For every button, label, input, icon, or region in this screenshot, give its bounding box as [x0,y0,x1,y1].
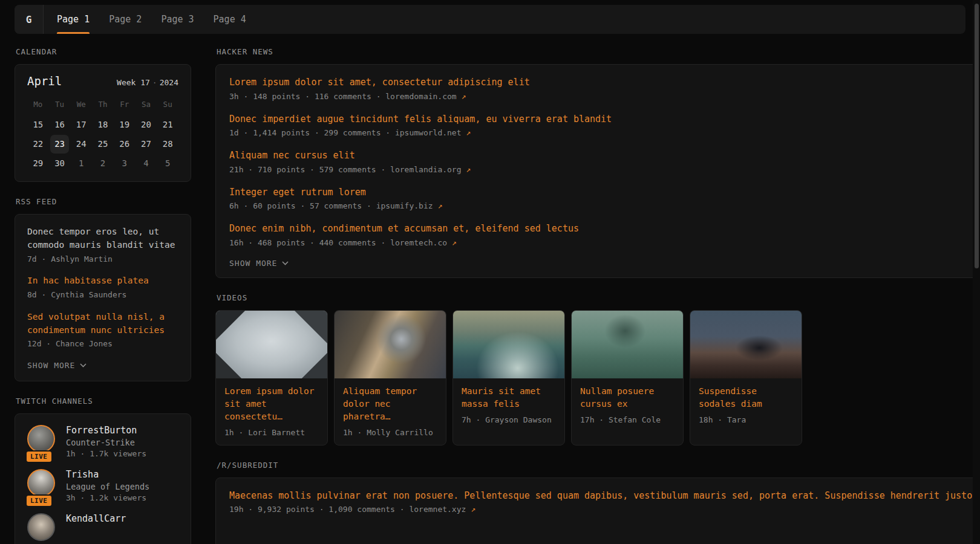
dashboard-page: { "accent_color": "#e5842e", "negative_c… [0,0,980,544]
rss-item-title[interactable]: Donec tempor eros leo, ut commodo mauris… [27,225,178,252]
hackernews-list: Lorem ipsum dolor sit amet, consectetur … [229,76,980,247]
twitch-channel-name[interactable]: KendallCarr [66,513,126,524]
rss-item-meta: 8d · Cynthia Saunders [27,290,178,301]
post-meta-text: 1d · 1,414 points · 299 comments · [229,128,395,137]
hackernews-item: Lorem ipsum dolor sit amet, consectetur … [229,76,980,101]
hackernews-item: Integer eget rutrum lorem6h · 60 points … [229,186,980,211]
tab-page-3[interactable]: Page 3 [161,5,194,34]
video-card[interactable]: Nullam posuere cursus ex17h · Stefan Col… [571,310,684,445]
calendar-dow-label: Th [92,96,114,115]
rss-show-more-button[interactable]: SHOW MORE [27,361,178,370]
video-card[interactable]: Lorem ipsum dolor sit amet consectetu…1h… [215,310,328,445]
videos-strip: Lorem ipsum dolor sit amet consectetu…1h… [215,310,980,445]
post-meta-text: 6h · 60 points · 57 comments · [229,201,376,210]
external-link-icon: ↗ [466,165,471,174]
source-domain-link[interactable]: loremtech.co ↗ [390,238,457,247]
source-domain-link[interactable]: ipsumify.biz ↗ [376,201,443,210]
app-logo[interactable]: G [15,5,44,34]
twitch-channel-row[interactable]: LIVEForrestBurtonCounter-Strike1h · 1.7k… [27,425,178,458]
tab-page-2[interactable]: Page 2 [109,5,142,34]
hackernews-item-title[interactable]: Donec enim nibh, condimentum et accumsan… [229,222,980,236]
video-thumbnail[interactable] [690,311,802,378]
calendar-day: 22 [28,135,48,154]
calendar-day: 4 [137,154,156,173]
source-domain-link[interactable]: loremlandia.org ↗ [390,165,471,174]
video-thumbnail[interactable] [453,311,564,378]
calendar-day: 20 [137,115,156,134]
video-meta: 1h · Molly Carrillo [343,428,437,437]
twitch-avatar[interactable] [27,513,55,541]
video-title[interactable]: Aliquam tempor dolor nec pharetra… [343,385,437,423]
source-domain-link[interactable]: loremnet.xyz ↗ [409,505,475,514]
rss-item: Donec tempor eros leo, ut commodo mauris… [27,225,178,265]
rss-item-title[interactable]: Sed volutpat nulla nisl, a condimentum n… [27,311,178,337]
hackernews-item-title[interactable]: Aliquam nec cursus elit [229,149,980,163]
calendar-day: 1 [71,154,91,173]
calendar-week-label: Week 17·2024 [117,78,178,87]
hackernews-item: Donec imperdiet augue tincidunt felis al… [229,112,980,138]
rss-item-title[interactable]: In hac habitasse platea [27,274,178,288]
main-column: HACKER NEWS Lorem ipsum dolor sit amet, … [215,47,980,544]
calendar-section-title: CALENDAR [16,47,190,56]
calendar-day: 5 [158,154,177,173]
video-card[interactable]: Aliquam tempor dolor nec pharetra…1h · M… [334,310,446,445]
calendar-day: 25 [93,135,113,154]
twitch-channel-info: TrishaLeague of Legends3h · 1.2k viewers [66,469,149,502]
source-domain-link[interactable]: loremdomain.com ↗ [385,92,466,101]
twitch-avatar-wrap: LIVE [27,469,56,502]
twitch-channel-name[interactable]: ForrestBurton [66,425,146,436]
live-badge: LIVE [25,494,53,507]
twitch-channel-name[interactable]: Trisha [66,469,149,480]
calendar-day: 18 [93,115,113,134]
tab-page-1[interactable]: Page 1 [57,5,90,34]
tab-page-4[interactable]: Page 4 [214,5,246,34]
source-domain-link[interactable]: ipsumworld.net ↗ [395,128,471,137]
live-badge: LIVE [25,450,53,463]
video-thumbnail[interactable] [216,311,327,378]
twitch-section-title: TWITCH CHANNELS [16,397,190,406]
twitch-channel-category: League of Legends [66,482,149,491]
video-card-body: Nullam posuere cursus ex17h · Stefan Col… [572,378,683,432]
hackernews-item: Aliquam nec cursus elit21h · 710 points … [229,149,980,174]
video-title[interactable]: Mauris sit amet massa felis [462,385,556,410]
video-card[interactable]: Mauris sit amet massa felis7h · Grayson … [452,310,565,445]
video-title[interactable]: Lorem ipsum dolor sit amet consectetu… [224,385,319,423]
video-meta: 7h · Grayson Dawson [462,415,556,424]
post-meta-text: 3h · 148 points · 116 comments · [229,92,385,101]
calendar-day: 29 [28,154,48,173]
videos-section-title: VIDEOS [217,293,980,302]
rss-item: In hac habitasse platea8d · Cynthia Saun… [27,274,178,301]
hackernews-item-title[interactable]: Donec imperdiet augue tincidunt felis al… [229,112,980,126]
calendar-day: 24 [71,135,91,154]
subreddit-post: Maecenas mollis pulvinar erat non posuer… [229,489,980,514]
calendar-day-selected: 23 [50,135,70,154]
video-title[interactable]: Nullam posuere cursus ex [580,385,675,410]
video-title[interactable]: Suspendisse sodales diam [699,385,793,410]
calendar-day: 17 [71,115,91,134]
video-card[interactable]: Suspendisse sodales diam18h · Tara [690,310,802,445]
video-thumbnail[interactable] [335,311,446,378]
hackernews-item-title[interactable]: Lorem ipsum dolor sit amet, consectetur … [229,76,980,89]
hackernews-item-title[interactable]: Integer eget rutrum lorem [229,186,980,199]
twitch-avatar[interactable] [27,425,55,453]
video-meta: 18h · Tara [699,415,793,424]
twitch-channel-row[interactable]: LIVETrishaLeague of Legends3h · 1.2k vie… [27,469,178,502]
subreddit-post-title[interactable]: Maecenas mollis pulvinar erat non posuer… [229,489,980,503]
rss-show-more-label: SHOW MORE [27,361,75,370]
calendar-dow-label: Su [157,96,178,115]
calendar-month-label: April [27,74,62,88]
hackernews-show-more-button[interactable]: SHOW MORE [229,259,980,268]
page-scrollbar-track [973,0,980,544]
calendar-day: 15 [28,115,48,134]
twitch-channel-info: KendallCarr [66,513,126,541]
video-meta: 1h · Lori Barnett [224,428,319,437]
twitch-avatar[interactable] [27,469,55,497]
page-scrollbar-thumb[interactable] [975,4,979,268]
twitch-channel-row[interactable]: KendallCarr [27,513,178,541]
calendar-dow-label: We [70,96,92,115]
video-card-body: Aliquam tempor dolor nec pharetra…1h · M… [335,378,446,445]
post-meta-text: 19h · 9,932 points · 1,090 comments · [229,505,409,514]
hackernews-section: HACKER NEWS Lorem ipsum dolor sit amet, … [215,47,980,278]
nav-tabs: Page 1Page 2Page 3Page 4 [44,5,246,34]
video-thumbnail[interactable] [572,311,683,378]
